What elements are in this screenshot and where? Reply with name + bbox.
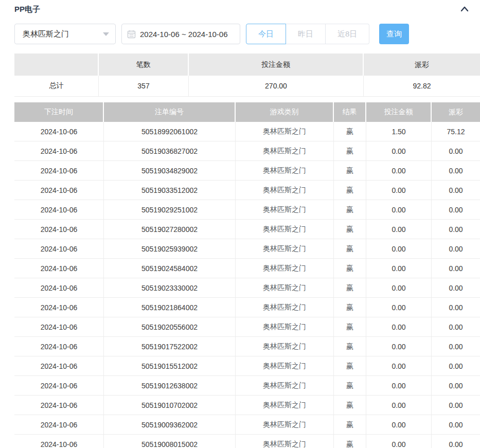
summary-total-label: 总计 bbox=[14, 76, 99, 96]
cell-payout: 0.00 bbox=[432, 181, 480, 200]
cell-payout: 0.00 bbox=[432, 298, 480, 317]
cell-game-type: 奥林匹斯之门 bbox=[236, 122, 334, 141]
table-row: 2024-10-06 50519010702002 奥林匹斯之门 赢 0.00 … bbox=[14, 396, 480, 415]
cell-result: 赢 bbox=[334, 259, 366, 278]
table-row: 2024-10-06 50519036827002 奥林匹斯之门 赢 0.00 … bbox=[14, 141, 480, 161]
cell-result: 赢 bbox=[334, 181, 366, 200]
cell-result: 赢 bbox=[334, 239, 366, 258]
cell-payout: 0.00 bbox=[432, 220, 480, 239]
table-row: 2024-10-06 50519020556002 奥林匹斯之门 赢 0.00 … bbox=[14, 317, 480, 337]
cell-payout: 0.00 bbox=[432, 376, 480, 395]
cell-game-type: 奥林匹斯之门 bbox=[236, 259, 334, 278]
cell-payout: 0.00 bbox=[432, 337, 480, 356]
cell-bet-amount: 0.00 bbox=[366, 220, 432, 239]
cell-bet-time: 2024-10-06 bbox=[14, 161, 104, 180]
cell-payout: 0.00 bbox=[432, 239, 480, 258]
cell-result: 赢 bbox=[334, 317, 366, 336]
bets-table: 下注时间 注单编号 游戏类别 结果 投注金额 派彩 2024-10-06 505… bbox=[14, 102, 480, 448]
cell-bet-time: 2024-10-06 bbox=[14, 337, 104, 356]
cell-bet-amount: 0.00 bbox=[366, 435, 432, 448]
cell-game-type: 奥林匹斯之门 bbox=[236, 220, 334, 239]
cell-bet-id: 50519023330002 bbox=[104, 278, 236, 297]
table-row: 2024-10-06 50519009362002 奥林匹斯之门 赢 0.00 … bbox=[14, 415, 480, 435]
table-row: 2024-10-06 50519027280002 奥林匹斯之门 赢 0.00 … bbox=[14, 220, 480, 239]
cell-bet-id: 50519012638002 bbox=[104, 376, 236, 395]
cell-game-type: 奥林匹斯之门 bbox=[236, 181, 334, 200]
table-row: 2024-10-06 50518992061002 奥林匹斯之门 赢 1.50 … bbox=[14, 122, 480, 141]
table-row: 2024-10-06 50519033512002 奥林匹斯之门 赢 0.00 … bbox=[14, 181, 480, 200]
table-row: 2024-10-06 50519029251002 奥林匹斯之门 赢 0.00 … bbox=[14, 200, 480, 220]
collapse-section-button[interactable] bbox=[458, 3, 471, 15]
cell-game-type: 奥林匹斯之门 bbox=[236, 200, 334, 219]
cell-result: 赢 bbox=[334, 200, 366, 219]
cell-payout: 0.00 bbox=[432, 435, 480, 448]
cell-bet-amount: 0.00 bbox=[366, 356, 432, 375]
cell-payout: 0.00 bbox=[432, 317, 480, 336]
yesterday-button[interactable]: 昨日 bbox=[286, 24, 326, 44]
calendar-icon bbox=[127, 30, 136, 39]
cell-bet-time: 2024-10-06 bbox=[14, 317, 104, 336]
cell-bet-id: 50519033512002 bbox=[104, 181, 236, 200]
cell-bet-id: 50519010702002 bbox=[104, 396, 236, 415]
pp-games-report-page: PP电子 奥林匹斯之门 2024-10-06 ~ 2024-10-06 今日 昨… bbox=[0, 0, 480, 448]
table-row: 2024-10-06 50519012638002 奥林匹斯之门 赢 0.00 … bbox=[14, 376, 480, 396]
summary-header-count: 笔数 bbox=[99, 53, 189, 76]
cell-game-type: 奥林匹斯之门 bbox=[236, 278, 334, 297]
cell-payout: 0.00 bbox=[432, 161, 480, 180]
game-select[interactable]: 奥林匹斯之门 bbox=[14, 24, 116, 44]
cell-bet-id: 50519009362002 bbox=[104, 415, 236, 434]
cell-bet-time: 2024-10-06 bbox=[14, 200, 104, 219]
game-select-value: 奥林匹斯之门 bbox=[23, 29, 103, 39]
cell-game-type: 奥林匹斯之门 bbox=[236, 415, 334, 434]
cell-bet-amount: 0.00 bbox=[366, 337, 432, 356]
cell-result: 赢 bbox=[334, 337, 366, 356]
cell-bet-amount: 1.50 bbox=[366, 122, 432, 141]
header-bet-time: 下注时间 bbox=[14, 102, 104, 122]
summary-total-row: 总计 357 270.00 92.82 bbox=[14, 76, 480, 97]
last-8-days-button[interactable]: 近8日 bbox=[326, 24, 369, 44]
cell-bet-time: 2024-10-06 bbox=[14, 298, 104, 317]
cell-bet-id: 50519017522002 bbox=[104, 337, 236, 356]
search-button[interactable]: 查询 bbox=[379, 24, 409, 44]
cell-game-type: 奥林匹斯之门 bbox=[236, 376, 334, 395]
summary-total-payout: 92.82 bbox=[364, 76, 480, 96]
filter-bar: 奥林匹斯之门 2024-10-06 ~ 2024-10-06 今日 昨日 近8日… bbox=[14, 24, 409, 44]
cell-bet-id: 50519029251002 bbox=[104, 200, 236, 219]
table-row: 2024-10-06 50519017522002 奥林匹斯之门 赢 0.00 … bbox=[14, 337, 480, 356]
cell-bet-amount: 0.00 bbox=[366, 278, 432, 297]
cell-bet-time: 2024-10-06 bbox=[14, 415, 104, 434]
cell-result: 赢 bbox=[334, 396, 366, 415]
cell-bet-time: 2024-10-06 bbox=[14, 259, 104, 278]
cell-bet-time: 2024-10-06 bbox=[14, 396, 104, 415]
cell-bet-time: 2024-10-06 bbox=[14, 356, 104, 375]
summary-header-payout: 派彩 bbox=[364, 53, 480, 76]
cell-result: 赢 bbox=[334, 435, 366, 448]
table-row: 2024-10-06 50519024584002 奥林匹斯之门 赢 0.00 … bbox=[14, 259, 480, 278]
summary-total-count: 357 bbox=[99, 76, 189, 96]
cell-game-type: 奥林匹斯之门 bbox=[236, 141, 334, 160]
cell-bet-amount: 0.00 bbox=[366, 181, 432, 200]
cell-bet-amount: 0.00 bbox=[366, 415, 432, 434]
today-button[interactable]: 今日 bbox=[246, 24, 286, 44]
table-row: 2024-10-06 50519015512002 奥林匹斯之门 赢 0.00 … bbox=[14, 356, 480, 376]
cell-payout: 75.12 bbox=[432, 122, 480, 141]
cell-bet-id: 50519024584002 bbox=[104, 259, 236, 278]
summary-header-bet-amount: 投注金额 bbox=[189, 53, 364, 76]
cell-game-type: 奥林匹斯之门 bbox=[236, 396, 334, 415]
chevron-down-icon bbox=[103, 32, 109, 36]
cell-result: 赢 bbox=[334, 220, 366, 239]
header-bet-id: 注单编号 bbox=[104, 102, 236, 122]
cell-bet-amount: 0.00 bbox=[366, 259, 432, 278]
cell-result: 赢 bbox=[334, 298, 366, 317]
date-range-input[interactable]: 2024-10-06 ~ 2024-10-06 bbox=[121, 24, 240, 44]
cell-bet-id: 50519027280002 bbox=[104, 220, 236, 239]
table-row: 2024-10-06 50519008015002 奥林匹斯之门 赢 0.00 … bbox=[14, 435, 480, 448]
cell-bet-id: 50519020556002 bbox=[104, 317, 236, 336]
cell-bet-id: 50519021864002 bbox=[104, 298, 236, 317]
quick-date-button-group: 今日 昨日 近8日 bbox=[246, 24, 369, 44]
header-bet-amount: 投注金额 bbox=[366, 102, 432, 122]
header-game-type: 游戏类别 bbox=[236, 102, 334, 122]
bets-header-row: 下注时间 注单编号 游戏类别 结果 投注金额 派彩 bbox=[14, 102, 480, 122]
summary-table: 笔数 投注金额 派彩 总计 357 270.00 92.82 bbox=[14, 53, 480, 97]
cell-bet-time: 2024-10-06 bbox=[14, 141, 104, 160]
